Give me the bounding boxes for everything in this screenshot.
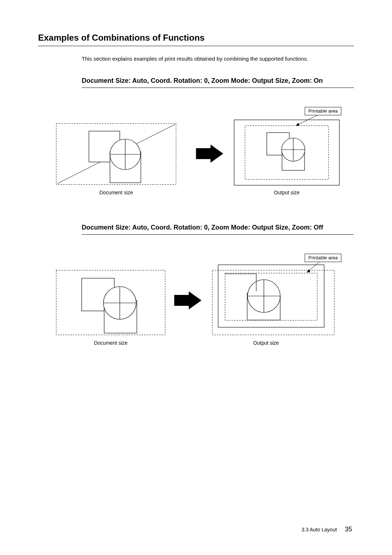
diagram-zoom-on: Printable area Document size Output size [53, 105, 343, 200]
svg-marker-24 [174, 291, 201, 309]
document-size-label-2: Document size [94, 340, 128, 346]
svg-marker-7 [196, 145, 223, 163]
svg-line-16 [296, 115, 318, 126]
footer-page-number: 35 [345, 526, 352, 533]
page-footer: 3.3 Auto Layout 35 [302, 526, 352, 533]
document-size-label: Document size [99, 190, 133, 195]
figure-1: Printable area Document size Output size [53, 105, 354, 201]
output-size-label-2: Output size [253, 340, 279, 346]
figure-2: Printable area Document size Output size [53, 252, 354, 355]
svg-marker-17 [296, 123, 299, 126]
printable-area-label: Printable area [309, 108, 338, 114]
page-title: Examples of Combinations of Functions [38, 33, 354, 46]
diagram-zoom-off: Printable area Document size Output size [53, 252, 343, 354]
footer-section: 3.3 Auto Layout [302, 527, 337, 532]
subheading-2: Document Size: Auto, Coord. Rotation: 0,… [82, 223, 354, 235]
subheading-1: Document Size: Auto, Coord. Rotation: 0,… [82, 76, 354, 88]
output-size-label: Output size [274, 190, 300, 195]
printable-area-label-2: Printable area [309, 255, 338, 260]
intro-text: This section explains examples of print … [82, 55, 354, 63]
